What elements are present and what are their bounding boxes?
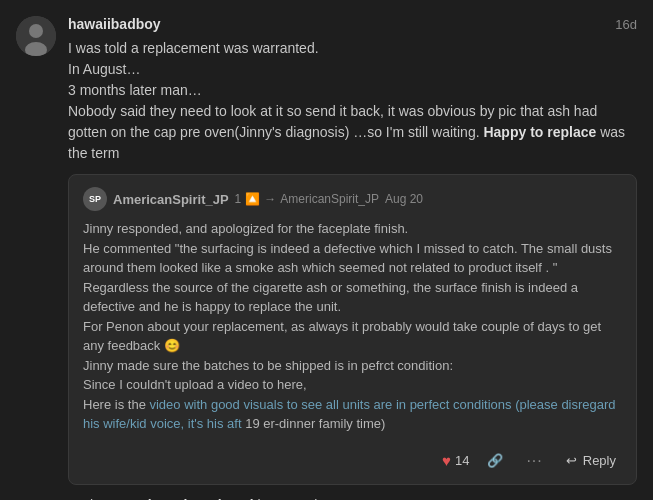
avatar: [16, 16, 56, 56]
timestamp: 16d: [615, 17, 637, 32]
quoted-line7: Here is the video with good visuals to s…: [83, 397, 616, 432]
quoted-line1: Jinny responded, and apologized for the …: [83, 221, 408, 236]
post-body: I was told a replacement was warranted. …: [68, 38, 637, 164]
svg-point-1: [29, 24, 43, 38]
reply-text-mid: is my reply.: [254, 497, 328, 501]
reply-arrow-icon: ↩: [566, 453, 577, 468]
quoted-text: Jinny responded, and apologized for the …: [83, 219, 622, 434]
reply-text-prefix: I'm happy to: [68, 497, 148, 501]
quoted-mention-arrow: →: [264, 192, 276, 206]
quoted-header: SP AmericanSpirit_JP 1 🔼 → AmericanSpiri…: [83, 187, 622, 211]
quoted-reply-btn[interactable]: ↩ Reply: [560, 450, 622, 471]
reply-body: I'm happy to have it replaced is my repl…: [68, 495, 637, 501]
quoted-mention: AmericanSpirit_JP: [280, 192, 379, 206]
quoted-line2: He commented "the surfacing is indeed a …: [83, 241, 612, 276]
quoted-link[interactable]: video with good visuals to see all units…: [83, 397, 616, 432]
quoted-reply-label: Reply: [583, 453, 616, 468]
avatar-column: [16, 16, 56, 500]
heart-number: 14: [455, 453, 469, 468]
quoted-username[interactable]: AmericanSpirit_JP: [113, 192, 229, 207]
like-arrow-icon: 🔼: [245, 192, 260, 206]
quoted-meta: 1 🔼 → AmericanSpirit_JP: [235, 192, 379, 206]
username[interactable]: hawaiibadboy: [68, 16, 161, 32]
heart-count: ♥ 14: [442, 452, 469, 469]
quoted-dots-btn[interactable]: ···: [521, 450, 547, 472]
post-line1: I was told a replacement was warranted.: [68, 40, 319, 56]
quoted-like-count: 1: [235, 192, 242, 206]
quoted-timestamp: Aug 20: [385, 192, 423, 206]
quoted-line4: For Penon about your replacement, as alw…: [83, 319, 601, 354]
quoted-line5: Jinny made sure the batches to be shippe…: [83, 358, 453, 373]
post-header: hawaiibadboy 16d: [68, 16, 637, 32]
post-line2: In August…: [68, 61, 140, 77]
quoted-link-btn[interactable]: 🔗: [481, 450, 509, 471]
quoted-avatar: SP: [83, 187, 107, 211]
quoted-line3: Regardless the source of the cigarette a…: [83, 280, 578, 315]
post-outer: hawaiibadboy 16d I was told a replacemen…: [0, 0, 653, 500]
reply-bold: have it replaced: [148, 497, 254, 501]
heart-icon: ♥: [442, 452, 451, 469]
post-content: hawaiibadboy 16d I was told a replacemen…: [68, 16, 637, 500]
link-icon: 🔗: [487, 453, 503, 468]
post-line3: 3 months later man…: [68, 82, 202, 98]
quoted-avatar-initials: SP: [89, 194, 101, 204]
dots-icon: ···: [526, 452, 542, 470]
quoted-actions: ♥ 14 🔗 ··· ↩ Reply: [83, 444, 622, 472]
quoted-block: SP AmericanSpirit_JP 1 🔼 → AmericanSpiri…: [68, 174, 637, 485]
bold-phrase: Happy to replace: [483, 124, 596, 140]
quoted-line6: Since I couldn't upload a video to here,: [83, 377, 307, 392]
